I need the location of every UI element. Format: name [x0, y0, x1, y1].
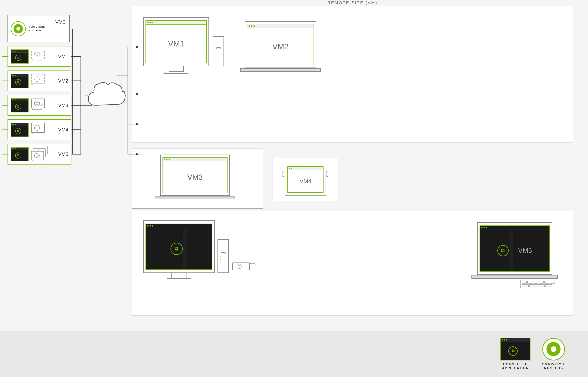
remote-vm1-monitor: VM1 [143, 17, 209, 74]
legend-nucleus-inner [546, 342, 561, 356]
legend-app-bar [501, 338, 530, 342]
remote-vm4-box: VM4 [273, 158, 338, 201]
remote-vm4-dot1 [289, 168, 290, 169]
vm3-dot2 [13, 99, 14, 100]
vm1-dot3 [15, 51, 16, 51]
remote-vm4-screen-content: VM4 [288, 166, 324, 193]
legend-app-dot1 [502, 339, 503, 341]
svg-rect-3 [32, 59, 42, 61]
legend-nucleus-hole [551, 346, 556, 352]
vm1-gpu-icon [30, 49, 47, 64]
remote-vm4-dot2 [291, 168, 292, 169]
remote-vm5-laptop-screen: ⧉ VM5 [477, 222, 552, 275]
svg-rect-32 [522, 281, 527, 283]
svg-rect-26 [32, 160, 42, 161]
remote-vm1-screen-body: VM1 [146, 25, 207, 63]
remote-vm5-dot2 [150, 225, 151, 227]
remote-vm2-dot2 [251, 25, 253, 27]
svg-rect-39 [529, 284, 544, 287]
remote-vm4-device: VM4 [285, 164, 326, 196]
remote-vm3-screen-body: VM3 [163, 161, 227, 193]
vm5-gpu-stack-icon [30, 146, 49, 163]
remote-vm2-screen: VM2 [245, 21, 316, 68]
vm1-app-symbol: ⧉ [15, 55, 21, 61]
remote-vm3-screen: VM3 [160, 154, 230, 196]
vm0-label: VM0 [56, 19, 65, 25]
legend-app-label-line1: CONNECTED [502, 362, 529, 366]
legend-app-label-line2: APPLICATION [502, 366, 529, 370]
vm2-row: ⧉ VM2 [8, 71, 71, 91]
vm1-dot1 [12, 51, 13, 51]
remote-vm5-monitor: ⧉ [143, 220, 215, 280]
vm0-text-labels: OMNIVERSE NUCLEUS [29, 25, 45, 32]
nucleus-logo-vm0 [11, 21, 26, 36]
nucleus-label-line1: OMNIVERSE [29, 25, 45, 28]
vm1-app-body: ⧉ [11, 52, 28, 63]
remote-vm5-laptop-label: VM5 [518, 247, 532, 255]
vm1-app-icon: ⧉ [11, 49, 29, 64]
main-diagram-area: OMNIVERSE NUCLEUS VM0 ⧉ VM1 [0, 0, 588, 331]
vm3-dot1 [12, 99, 13, 100]
vm4-app-icon: ⧉ [11, 123, 29, 137]
svg-rect-40 [545, 284, 552, 287]
vm4-row: ⧉ VM4 [8, 119, 71, 140]
legend-app-dot3 [506, 339, 507, 341]
vm1-app-icon-bar [11, 50, 28, 52]
remote-vm5-sidebar [183, 228, 187, 270]
remote-vm1-dot2 [150, 22, 151, 23]
remote-vm3-laptop-group: VM3 [160, 154, 235, 199]
remote-vm2-label: VM2 [272, 42, 288, 51]
remote-vm5-dot3 [152, 225, 153, 227]
remote-vm5-tower [218, 239, 229, 273]
remote-vm5-screen-body: ⧉ [146, 228, 212, 270]
remote-vm5-dot1 [147, 225, 149, 227]
vm2-app-icon: ⧉ [11, 74, 29, 88]
vm2-label: VM2 [58, 78, 68, 84]
remote-vm1-stand-base [164, 72, 188, 74]
svg-rect-36 [544, 281, 549, 283]
remote-vm5-gpu-svg [231, 262, 256, 273]
svg-rect-30 [250, 264, 255, 265]
svg-point-2 [36, 53, 38, 56]
legend-nucleus-icon [542, 338, 565, 360]
legend-app-dot2 [504, 339, 505, 341]
vm2-dot3 [15, 75, 16, 76]
remote-vm4-label: VM4 [300, 178, 311, 184]
remote-vm1-screen: VM1 [143, 17, 209, 66]
cloud-svg [85, 79, 126, 111]
remote-vm1-tower-disk [216, 51, 221, 52]
svg-rect-35 [539, 281, 543, 283]
remote-vm3-box: VM3 [132, 149, 263, 209]
remote-vm1-tower-btn [216, 47, 221, 49]
remote-vm2-laptop-base [240, 68, 321, 72]
remote-vm2-group: VM2 [245, 21, 321, 72]
vm5-label: VM5 [58, 151, 68, 157]
legend-app-symbol: ⧉ [508, 346, 518, 356]
remote-vm5-laptop-base [472, 275, 558, 279]
vm5-app-symbol: ⧉ [15, 153, 21, 158]
vm4-dot1 [12, 124, 13, 125]
vm5-app-icon: ⧉ [11, 147, 29, 161]
remote-vm5-laptop-bar [480, 226, 550, 230]
svg-rect-16 [32, 132, 42, 134]
remote-vm3-dot1 [164, 158, 165, 160]
vm3-app-body: ⧉ [11, 101, 28, 112]
svg-rect-33 [528, 281, 532, 283]
remote-vm3-label: VM3 [187, 173, 203, 181]
vm5-row: ⧉ VM5 [8, 144, 71, 165]
vm3-label: VM3 [58, 103, 68, 108]
remote-vm5-laptop-content: ⧉ VM5 [480, 225, 550, 272]
remote-vm1-stand-neck [169, 66, 184, 72]
remote-vm3-dot2 [166, 158, 168, 160]
vm3-app-icon: ⧉ [11, 98, 29, 112]
vm3-gpu-icon [30, 98, 47, 113]
remote-vm1-tower [213, 36, 224, 66]
remote-vm3-dot3 [169, 158, 170, 160]
remote-vm1-screen-bar [146, 21, 207, 25]
remote-vm5-laptop-symbol: ⧉ [497, 245, 509, 256]
vm2-dot1 [12, 75, 13, 76]
svg-rect-7 [32, 84, 42, 85]
vm4-app-icon-bar [11, 123, 28, 126]
vm4-dot3 [15, 124, 16, 125]
remote-vm3-screen-bar [163, 158, 227, 161]
